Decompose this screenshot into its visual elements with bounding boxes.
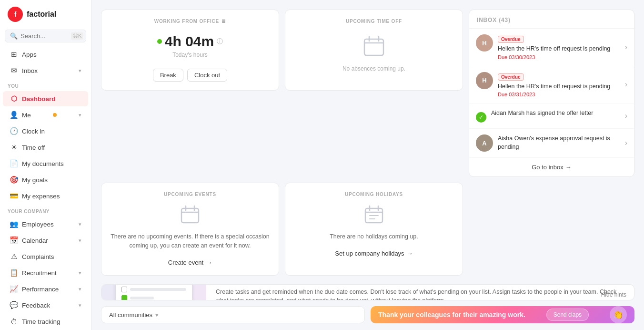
search-shortcut: ⌘K bbox=[71, 32, 83, 40]
go-to-inbox-label: Go to inbox bbox=[532, 164, 564, 171]
holidays-card-title: UPCOMING HOLIDAYS bbox=[294, 192, 454, 197]
tasks-mock-ui bbox=[116, 284, 192, 301]
main-content: WORKING FROM OFFICE 🖥 4h 04m ⓘ Today's h… bbox=[91, 0, 644, 330]
send-claps-button[interactable]: Send claps bbox=[546, 309, 589, 321]
time-off-card-title: UPCOMING TIME OFF bbox=[294, 19, 454, 24]
avatar: H bbox=[476, 72, 493, 89]
today-hours-label: Today's hours bbox=[110, 52, 270, 58]
inbox-item[interactable]: ✓ Aidan Marsh has signed the offer lette… bbox=[469, 103, 634, 129]
sidebar-item-employees[interactable]: 👥 Employees ▾ bbox=[3, 217, 88, 232]
inbox-due-date: Due 03/31/2023 bbox=[498, 92, 620, 97]
sidebar-item-label: Employees bbox=[22, 221, 54, 228]
sidebar-item-feedback[interactable]: 💬 Feedback ▾ bbox=[3, 298, 88, 313]
chevron-down-icon: ▾ bbox=[79, 237, 81, 244]
sidebar-item-label: Complaints bbox=[22, 253, 54, 260]
go-to-inbox-link[interactable]: Go to inbox → bbox=[469, 158, 634, 176]
inbox-content: Overdue Hellen the HR's time off request… bbox=[498, 72, 620, 98]
hide-hints-link[interactable]: Hide hints bbox=[601, 291, 626, 298]
performance-icon: 📈 bbox=[10, 285, 18, 293]
search-bar[interactable]: 🔍 ⌘K bbox=[5, 30, 86, 42]
all-communities-selector[interactable]: All communities ▾ bbox=[101, 306, 365, 323]
dashboard-icon: ⬡ bbox=[10, 94, 18, 103]
sidebar-item-label: Performance bbox=[22, 286, 59, 293]
logo: f factorial bbox=[0, 0, 91, 27]
thank-colleagues-banner: Thank your colleagues for their amazing … bbox=[371, 306, 634, 323]
inbox-item[interactable]: A Aisha Owen's expense approval request … bbox=[469, 129, 634, 158]
setup-holidays-link[interactable]: Set up company holidays → bbox=[335, 250, 413, 257]
tasks-illustration bbox=[101, 284, 206, 301]
holidays-empty-text: There are no holidays coming up. bbox=[294, 232, 454, 241]
sidebar-item-time-tracking[interactable]: ⏱ Time tracking bbox=[3, 314, 88, 329]
community-bar: All communities ▾ Thank your colleagues … bbox=[101, 306, 634, 323]
upcoming-holidays-card: UPCOMING HOLIDAYS There are no holidays … bbox=[285, 183, 463, 276]
feedback-icon: 💬 bbox=[10, 301, 18, 309]
goals-icon: 🎯 bbox=[10, 175, 18, 184]
sidebar-item-inbox[interactable]: ✉ Inbox ▾ bbox=[3, 63, 88, 78]
sidebar-item-label: Me bbox=[22, 112, 31, 119]
sidebar-item-label: Time off bbox=[22, 144, 45, 151]
sidebar-item-time-off[interactable]: ☀ Time off bbox=[3, 140, 88, 155]
thank-colleagues-text: Thank your colleagues for their amazing … bbox=[378, 311, 525, 319]
sidebar-item-recruitment[interactable]: 📋 Recruitment ▾ bbox=[3, 265, 88, 280]
create-event-link[interactable]: Create event → bbox=[168, 259, 212, 266]
time-value: 4h 04m bbox=[165, 33, 214, 50]
sidebar-item-apps[interactable]: ⊞ Apps bbox=[3, 47, 88, 62]
chevron-down-icon: ▾ bbox=[79, 221, 81, 227]
sidebar-item-my-expenses[interactable]: 💳 My expenses bbox=[3, 188, 88, 204]
inbox-header: INBOX (43) bbox=[469, 10, 634, 29]
sidebar-item-my-goals[interactable]: 🎯 My goals bbox=[3, 172, 88, 187]
inbox-item[interactable]: H Overdue Hellen the HR's time off reque… bbox=[469, 66, 634, 104]
sidebar-item-my-documents[interactable]: 📄 My documents bbox=[3, 156, 88, 171]
inbox-panel: INBOX (43) H Overdue Hellen the HR's tim… bbox=[469, 10, 634, 177]
logo-icon: f bbox=[8, 7, 23, 22]
documents-icon: 📄 bbox=[10, 159, 18, 168]
sidebar-item-performance[interactable]: 📈 Performance ▾ bbox=[3, 281, 88, 297]
clock-in-icon: 🕐 bbox=[10, 127, 18, 135]
setup-holidays-label: Set up company holidays bbox=[335, 250, 404, 257]
company-section-label: YOUR COMPANY bbox=[0, 204, 91, 216]
tasks-desc: Create tasks and get reminded when the d… bbox=[216, 288, 624, 301]
avatar: H bbox=[476, 34, 493, 52]
tasks-banner: Tasks Manager Manage tasks and keep your… bbox=[101, 284, 634, 301]
sidebar-item-me[interactable]: 👤 Me ▾ bbox=[3, 107, 88, 123]
inbox-text: Hellen the HR's time off request is pend… bbox=[498, 82, 620, 91]
sidebar-item-label: My expenses bbox=[22, 193, 60, 200]
sidebar: f factorial 🔍 ⌘K ⊞ Apps ✉ Inbox ▾ YOU ⬡ … bbox=[0, 0, 91, 330]
create-event-label: Create event bbox=[168, 259, 203, 266]
arrow-right-icon: › bbox=[625, 112, 627, 120]
sidebar-item-label: My goals bbox=[22, 176, 48, 184]
employees-icon: 👥 bbox=[10, 220, 18, 228]
calendar-icon: 📅 bbox=[10, 236, 18, 245]
inbox-item[interactable]: H Overdue Hellen the HR's time off reque… bbox=[469, 29, 634, 66]
sidebar-item-label: Recruitment bbox=[22, 269, 57, 277]
office-card-title: WORKING FROM OFFICE 🖥 bbox=[110, 19, 270, 24]
sidebar-item-clock-in[interactable]: 🕐 Clock in bbox=[3, 124, 88, 139]
signed-icon: ✓ bbox=[476, 112, 486, 123]
expenses-icon: 💳 bbox=[10, 192, 18, 200]
sidebar-item-label: Apps bbox=[22, 51, 37, 58]
arrow-right-icon: → bbox=[206, 259, 212, 266]
search-input[interactable] bbox=[20, 32, 68, 40]
inbox-content: Overdue Hellen the HR's time off request… bbox=[498, 34, 620, 60]
mock-line bbox=[130, 297, 154, 299]
mock-checkbox bbox=[121, 287, 127, 292]
events-empty-text: There are no upcoming events. If there i… bbox=[110, 232, 270, 250]
sidebar-item-dashboard[interactable]: ⬡ Dashboard bbox=[3, 91, 88, 106]
active-dot bbox=[157, 39, 162, 44]
sidebar-item-complaints[interactable]: ⚠ Complaints bbox=[3, 249, 88, 264]
inbox-text: Aisha Owen's expense approval request is… bbox=[498, 134, 620, 151]
sidebar-item-label: My documents bbox=[22, 160, 64, 167]
chevron-down-icon: ▾ bbox=[155, 311, 159, 319]
info-icon[interactable]: ⓘ bbox=[217, 37, 223, 46]
svg-rect-4 bbox=[181, 208, 199, 223]
clock-out-button[interactable]: Clock out bbox=[187, 69, 227, 82]
arrow-right-icon: → bbox=[565, 164, 572, 171]
break-button[interactable]: Break bbox=[153, 69, 183, 82]
community-logo-icon: 👏 bbox=[610, 306, 627, 323]
arrow-right-icon: › bbox=[625, 139, 627, 147]
inbox-due-date: Due 03/30/2023 bbox=[498, 54, 620, 60]
sidebar-item-calendar[interactable]: 📅 Calendar ▾ bbox=[3, 233, 88, 248]
chevron-down-icon: ▾ bbox=[79, 270, 81, 276]
events-card-title: UPCOMING EVENTS bbox=[110, 192, 270, 197]
chevron-down-icon: ▾ bbox=[79, 68, 81, 74]
